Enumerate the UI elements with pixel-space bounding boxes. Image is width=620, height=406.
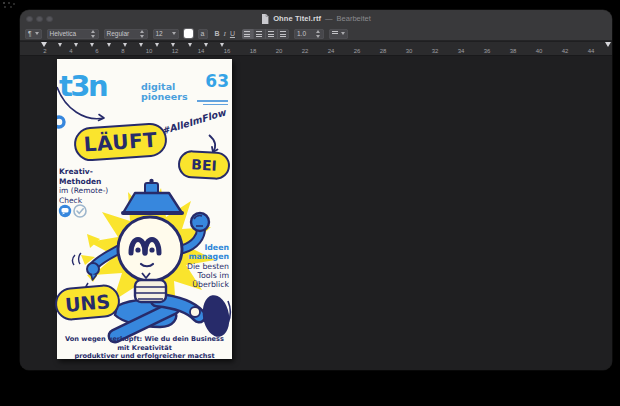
chevron-down-icon	[35, 32, 39, 35]
tab-stop-marker[interactable]	[139, 43, 143, 47]
ruler-number: 12	[172, 48, 179, 54]
issue-microtext-line	[197, 100, 228, 102]
document-area[interactable]: t3n digital pioneers 63 LÄUFT #AlleImFlo…	[20, 56, 612, 370]
title-separator: —	[325, 14, 333, 23]
magazine-cover-image[interactable]: t3n digital pioneers 63 LÄUFT #AlleImFlo…	[57, 59, 232, 359]
ruler-number: 30	[406, 48, 413, 54]
font-family-popup[interactable]: Helvetica	[47, 29, 99, 39]
left-margin-marker[interactable]	[41, 42, 47, 47]
biu-group: B I U	[213, 30, 237, 38]
tab-stop-marker[interactable]	[171, 43, 175, 47]
edited-status: Bearbeitet	[337, 14, 371, 23]
ruler-number: 6	[95, 48, 98, 54]
paragraph-icon: ¶	[28, 30, 32, 37]
ruler-number: 26	[354, 48, 361, 54]
align-center-icon	[256, 31, 262, 37]
tab-stop-marker[interactable]	[90, 43, 94, 47]
italic-button[interactable]: I	[224, 30, 226, 38]
tab-stop-marker[interactable]	[204, 43, 208, 47]
chevron-down-icon	[341, 32, 345, 35]
ruler-number: 8	[121, 48, 124, 54]
ruler-number: 22	[302, 48, 309, 54]
align-right-button[interactable]	[278, 29, 289, 39]
t3n-logo: t3n	[59, 72, 106, 101]
ruler-number: 2	[43, 48, 46, 54]
chevron-down-icon	[172, 32, 176, 35]
ruler-number: 34	[458, 48, 465, 54]
text-color-well[interactable]	[184, 29, 193, 38]
format-toolbar: ¶ Helvetica Regular 12 a B I U	[20, 27, 612, 41]
paragraph-styles-popup[interactable]: ¶	[25, 29, 42, 39]
stepper-icon	[91, 30, 96, 38]
list-icon	[332, 31, 338, 36]
ruler: 2468101214161820222426283032343638404244…	[20, 42, 612, 56]
ruler-number: 42	[562, 48, 569, 54]
ruler-number: 4	[69, 48, 72, 54]
ruler-number: 20	[276, 48, 283, 54]
right-margin-marker[interactable]	[605, 42, 611, 47]
tab-stop-marker[interactable]	[74, 43, 78, 47]
list-style-popup[interactable]	[329, 29, 348, 39]
ruler-number: 44	[588, 48, 595, 54]
ruler-number: 40	[536, 48, 543, 54]
desktop-artifact-dots	[2, 1, 18, 9]
right-teaser-block: Ideen managen Die besten Tools im Überbl…	[147, 243, 229, 289]
align-justify-icon	[268, 31, 274, 37]
left-teaser-block: Kreativ- Methoden im (Remote-) Check	[59, 167, 119, 205]
document-icon	[261, 10, 269, 28]
alignment-segmented-control	[242, 29, 289, 39]
issue-number: 63	[189, 73, 229, 90]
align-center-button[interactable]	[254, 29, 266, 39]
headline-bubble-laeuft: LÄUFT	[73, 122, 168, 162]
ruler-number: 10	[146, 48, 153, 54]
font-size-popup[interactable]: 12	[153, 29, 179, 39]
ruler-number: 36	[484, 48, 491, 54]
ruler-number: 14	[198, 48, 205, 54]
window-title: Ohne Titel.rtf	[273, 14, 321, 23]
tab-stop-marker[interactable]	[123, 43, 127, 47]
tab-stop-marker[interactable]	[155, 43, 159, 47]
underline-button[interactable]: U	[230, 30, 235, 37]
bold-button[interactable]: B	[215, 30, 220, 37]
tab-stop-marker[interactable]	[220, 43, 224, 47]
ruler-number: 16	[224, 48, 231, 54]
headline-bubble-bei: BEI	[177, 150, 230, 181]
titlebar[interactable]: Ohne Titel.rtf — Bearbeitet	[20, 10, 612, 27]
tab-stop-marker[interactable]	[188, 43, 192, 47]
line-spacing-popup[interactable]: 1.0	[294, 29, 324, 39]
ruler-number: 38	[510, 48, 517, 54]
stepper-icon	[316, 30, 321, 38]
align-left-button[interactable]	[242, 29, 254, 39]
desktop: Ohne Titel.rtf — Bearbeitet ¶ Helvetica …	[0, 0, 620, 406]
tab-stop-marker[interactable]	[107, 43, 111, 47]
cover-footer-text: Von wegen verkopft: Wie du dein Business…	[61, 335, 228, 361]
tab-stop-marker[interactable]	[58, 43, 62, 47]
brand-tagline: digital pioneers	[141, 82, 188, 102]
textedit-window: Ohne Titel.rtf — Bearbeitet ¶ Helvetica …	[20, 10, 612, 370]
ruler-number: 28	[380, 48, 387, 54]
align-left-icon	[244, 31, 250, 37]
ruler-number: 18	[250, 48, 257, 54]
align-justify-button[interactable]	[266, 29, 278, 39]
window-title-area: Ohne Titel.rtf — Bearbeitet	[20, 10, 612, 27]
align-right-icon	[280, 31, 286, 37]
typeface-popup[interactable]: Regular	[104, 29, 148, 39]
character-color-button[interactable]: a	[198, 29, 208, 39]
ruler-number: 32	[432, 48, 439, 54]
ruler-number: 24	[328, 48, 335, 54]
issue-microtext-line	[203, 104, 228, 106]
stepper-icon	[140, 30, 145, 38]
